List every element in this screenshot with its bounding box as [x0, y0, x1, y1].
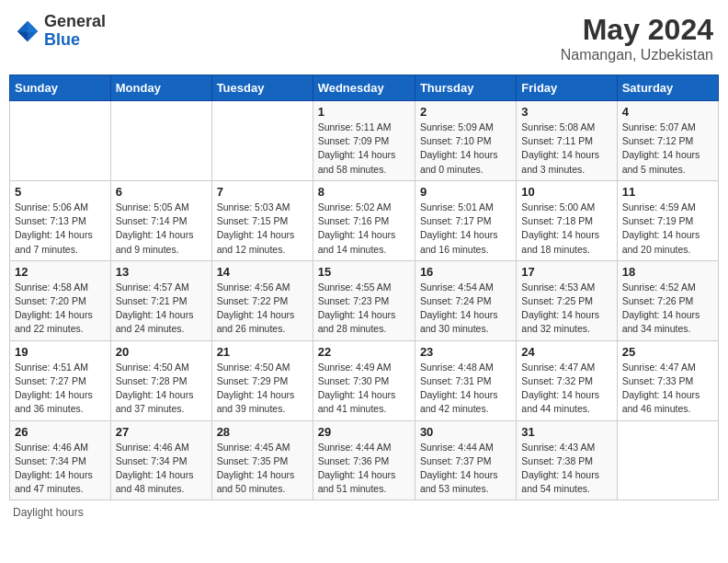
calendar-cell	[110, 101, 211, 181]
logo-text: General Blue	[44, 13, 106, 50]
day-number: 9	[420, 185, 511, 199]
day-info: Sunrise: 4:47 AMSunset: 7:33 PMDaylight:…	[622, 361, 713, 417]
day-number: 7	[217, 185, 308, 199]
day-number: 29	[318, 425, 410, 439]
day-number: 17	[521, 265, 611, 279]
day-info: Sunrise: 4:46 AMSunset: 7:34 PMDaylight:…	[15, 441, 106, 497]
calendar-cell: 7Sunrise: 5:03 AMSunset: 7:15 PMDaylight…	[211, 180, 313, 260]
calendar-cell: 19Sunrise: 4:51 AMSunset: 7:27 PMDayligh…	[10, 340, 111, 420]
calendar-cell: 1Sunrise: 5:11 AMSunset: 7:09 PMDaylight…	[313, 101, 415, 181]
calendar-cell: 28Sunrise: 4:45 AMSunset: 7:35 PMDayligh…	[211, 420, 313, 500]
day-info: Sunrise: 4:54 AMSunset: 7:24 PMDaylight:…	[420, 281, 511, 337]
day-info: Sunrise: 4:50 AMSunset: 7:29 PMDaylight:…	[217, 361, 308, 417]
day-number: 18	[622, 265, 713, 279]
page-header: General Blue May 2024 Namangan, Uzbekist…	[9, 9, 719, 67]
day-info: Sunrise: 5:06 AMSunset: 7:13 PMDaylight:…	[15, 201, 106, 257]
calendar-cell: 14Sunrise: 4:56 AMSunset: 7:22 PMDayligh…	[211, 260, 313, 340]
day-number: 23	[420, 345, 511, 359]
calendar-header: SundayMondayTuesdayWednesdayThursdayFrid…	[10, 75, 719, 101]
day-info: Sunrise: 4:44 AMSunset: 7:37 PMDaylight:…	[420, 441, 511, 497]
calendar-cell: 29Sunrise: 4:44 AMSunset: 7:36 PMDayligh…	[313, 420, 415, 500]
calendar-cell: 23Sunrise: 4:48 AMSunset: 7:31 PMDayligh…	[415, 340, 516, 420]
calendar-cell	[211, 101, 313, 181]
location-title: Namangan, Uzbekistan	[561, 47, 713, 63]
day-info: Sunrise: 4:53 AMSunset: 7:25 PMDaylight:…	[521, 281, 611, 337]
day-number: 14	[217, 265, 308, 279]
calendar-body: 1Sunrise: 5:11 AMSunset: 7:09 PMDaylight…	[10, 101, 719, 500]
day-number: 16	[420, 265, 511, 279]
day-number: 26	[15, 425, 106, 439]
month-title: May 2024	[561, 13, 713, 47]
day-number: 19	[15, 345, 106, 359]
calendar-cell: 30Sunrise: 4:44 AMSunset: 7:37 PMDayligh…	[415, 420, 516, 500]
calendar-week-5: 26Sunrise: 4:46 AMSunset: 7:34 PMDayligh…	[10, 420, 719, 500]
day-info: Sunrise: 5:07 AMSunset: 7:12 PMDaylight:…	[622, 121, 713, 177]
footer-note: Daylight hours	[9, 506, 719, 519]
day-info: Sunrise: 4:57 AMSunset: 7:21 PMDaylight:…	[116, 281, 207, 337]
day-info: Sunrise: 4:45 AMSunset: 7:35 PMDaylight:…	[217, 441, 308, 497]
day-info: Sunrise: 5:05 AMSunset: 7:14 PMDaylight:…	[116, 201, 207, 257]
calendar-cell: 4Sunrise: 5:07 AMSunset: 7:12 PMDaylight…	[617, 101, 718, 181]
day-number: 30	[420, 425, 511, 439]
day-info: Sunrise: 4:49 AMSunset: 7:30 PMDaylight:…	[318, 361, 410, 417]
day-info: Sunrise: 5:08 AMSunset: 7:11 PMDaylight:…	[521, 121, 611, 177]
day-number: 24	[521, 345, 611, 359]
day-number: 22	[318, 345, 410, 359]
calendar-cell: 18Sunrise: 4:52 AMSunset: 7:26 PMDayligh…	[617, 260, 718, 340]
day-number: 27	[116, 425, 207, 439]
calendar-cell: 16Sunrise: 4:54 AMSunset: 7:24 PMDayligh…	[415, 260, 516, 340]
weekday-header-saturday: Saturday	[617, 75, 718, 101]
day-number: 8	[318, 185, 410, 199]
weekday-header-row: SundayMondayTuesdayWednesdayThursdayFrid…	[10, 75, 719, 101]
day-number: 31	[521, 425, 611, 439]
svg-marker-2	[17, 31, 28, 41]
calendar-cell: 2Sunrise: 5:09 AMSunset: 7:10 PMDaylight…	[415, 101, 516, 181]
day-number: 4	[622, 105, 713, 119]
day-number: 20	[116, 345, 207, 359]
calendar-cell: 11Sunrise: 4:59 AMSunset: 7:19 PMDayligh…	[617, 180, 718, 260]
day-number: 11	[622, 185, 713, 199]
day-info: Sunrise: 4:47 AMSunset: 7:32 PMDaylight:…	[521, 361, 611, 417]
calendar-cell: 26Sunrise: 4:46 AMSunset: 7:34 PMDayligh…	[10, 420, 111, 500]
day-number: 3	[521, 105, 611, 119]
day-number: 6	[116, 185, 207, 199]
calendar-cell: 22Sunrise: 4:49 AMSunset: 7:30 PMDayligh…	[313, 340, 415, 420]
title-block: May 2024 Namangan, Uzbekistan	[561, 13, 713, 63]
weekday-header-wednesday: Wednesday	[313, 75, 415, 101]
calendar-cell: 3Sunrise: 5:08 AMSunset: 7:11 PMDaylight…	[517, 101, 617, 181]
day-info: Sunrise: 4:56 AMSunset: 7:22 PMDaylight:…	[217, 281, 308, 337]
calendar-week-2: 5Sunrise: 5:06 AMSunset: 7:13 PMDaylight…	[10, 180, 719, 260]
day-info: Sunrise: 4:44 AMSunset: 7:36 PMDaylight:…	[318, 441, 410, 497]
day-info: Sunrise: 5:09 AMSunset: 7:10 PMDaylight:…	[420, 121, 511, 177]
logo-icon	[15, 18, 40, 44]
day-number: 25	[622, 345, 713, 359]
weekday-header-friday: Friday	[517, 75, 617, 101]
weekday-header-thursday: Thursday	[415, 75, 516, 101]
day-info: Sunrise: 5:01 AMSunset: 7:17 PMDaylight:…	[420, 201, 511, 257]
day-info: Sunrise: 5:00 AMSunset: 7:18 PMDaylight:…	[521, 201, 611, 257]
calendar-cell: 8Sunrise: 5:02 AMSunset: 7:16 PMDaylight…	[313, 180, 415, 260]
calendar-cell: 27Sunrise: 4:46 AMSunset: 7:34 PMDayligh…	[110, 420, 211, 500]
day-info: Sunrise: 4:50 AMSunset: 7:28 PMDaylight:…	[116, 361, 207, 417]
calendar-cell: 5Sunrise: 5:06 AMSunset: 7:13 PMDaylight…	[10, 180, 111, 260]
day-number: 21	[217, 345, 308, 359]
calendar-cell: 31Sunrise: 4:43 AMSunset: 7:38 PMDayligh…	[517, 420, 617, 500]
calendar-week-4: 19Sunrise: 4:51 AMSunset: 7:27 PMDayligh…	[10, 340, 719, 420]
day-info: Sunrise: 5:11 AMSunset: 7:09 PMDaylight:…	[318, 121, 410, 177]
calendar-cell: 17Sunrise: 4:53 AMSunset: 7:25 PMDayligh…	[517, 260, 617, 340]
weekday-header-sunday: Sunday	[10, 75, 111, 101]
calendar-cell: 9Sunrise: 5:01 AMSunset: 7:17 PMDaylight…	[415, 180, 516, 260]
svg-marker-1	[28, 21, 38, 33]
day-info: Sunrise: 4:46 AMSunset: 7:34 PMDaylight:…	[116, 441, 207, 497]
calendar-cell: 25Sunrise: 4:47 AMSunset: 7:33 PMDayligh…	[617, 340, 718, 420]
calendar-cell: 13Sunrise: 4:57 AMSunset: 7:21 PMDayligh…	[110, 260, 211, 340]
day-number: 5	[15, 185, 106, 199]
day-info: Sunrise: 5:02 AMSunset: 7:16 PMDaylight:…	[318, 201, 410, 257]
calendar-cell: 24Sunrise: 4:47 AMSunset: 7:32 PMDayligh…	[517, 340, 617, 420]
day-number: 28	[217, 425, 308, 439]
weekday-header-tuesday: Tuesday	[211, 75, 313, 101]
logo-general-text: General	[44, 13, 106, 31]
calendar-cell	[617, 420, 718, 500]
calendar-cell: 10Sunrise: 5:00 AMSunset: 7:18 PMDayligh…	[517, 180, 617, 260]
logo: General Blue	[15, 13, 106, 50]
